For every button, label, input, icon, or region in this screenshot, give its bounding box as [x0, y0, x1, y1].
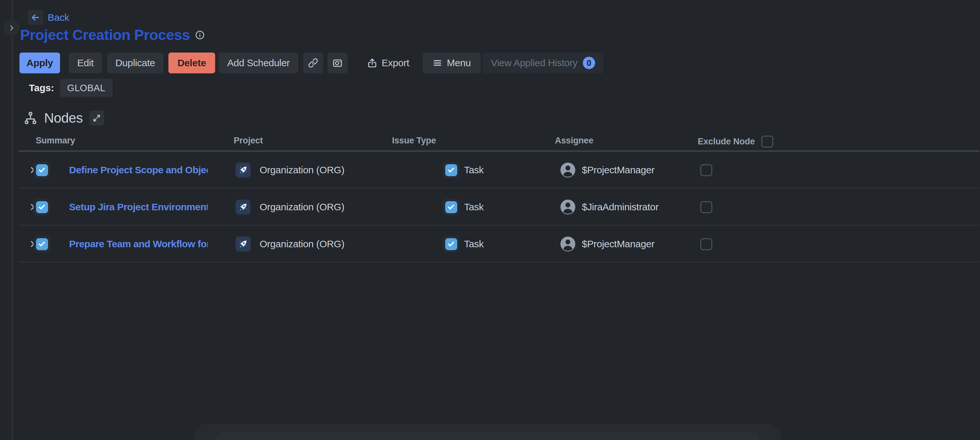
title-row: Project Creation Process — [20, 27, 205, 43]
issue-type-name: Task — [464, 238, 484, 249]
table-row: Setup Jira Project Environment: $ Organi… — [0, 189, 980, 226]
menu-button[interactable]: Menu — [423, 52, 480, 73]
view-applied-history-label: View Applied History — [491, 57, 578, 68]
rocket-icon — [237, 202, 248, 213]
project-avatar — [235, 162, 251, 178]
page-title: Project Creation Process — [20, 27, 190, 43]
duplicate-button[interactable]: Duplicate — [107, 52, 164, 73]
rocket-icon — [237, 238, 248, 249]
export-button[interactable]: Export — [359, 52, 417, 73]
assignee-name: $ProjectManager — [582, 165, 654, 176]
link-icon — [308, 57, 319, 68]
user-avatar-icon — [560, 236, 576, 252]
project-avatar — [235, 237, 251, 251]
bottom-sheet-peek-inner — [215, 432, 759, 440]
issue-type-checkbox-wrap — [442, 235, 460, 253]
nodes-table-rows: Define Project Scope and Objectiv Organi… — [0, 151, 980, 262]
edit-button[interactable]: Edit — [69, 52, 102, 73]
tag-chip-global: GLOBAL — [60, 79, 113, 97]
exclude-all-checkbox[interactable] — [761, 136, 773, 148]
row-select-checkbox[interactable] — [36, 201, 48, 213]
snapshot-button[interactable] — [328, 52, 348, 73]
check-icon — [38, 203, 46, 211]
column-header-issue-type: Issue Type — [392, 136, 436, 146]
user-avatar-icon — [560, 199, 576, 215]
issue-type-checkbox[interactable] — [445, 238, 457, 250]
table-row: Prepare Team and Workflow for Ex Organiz… — [0, 226, 980, 262]
table-row: Define Project Scope and Objectiv Organi… — [0, 151, 980, 189]
check-icon — [38, 240, 46, 248]
node-summary-link[interactable]: Prepare Team and Workflow for Ex — [69, 238, 208, 249]
apply-button[interactable]: Apply — [19, 52, 60, 73]
camera-icon — [332, 57, 343, 68]
tags-row: Tags: GLOBAL — [29, 79, 113, 97]
sitemap-icon — [23, 111, 38, 125]
project-name: Organization (ORG) — [259, 202, 344, 213]
menu-label: Menu — [447, 57, 471, 68]
issue-type-checkbox[interactable] — [445, 201, 457, 213]
exclude-node-checkbox[interactable] — [700, 238, 712, 250]
info-icon[interactable] — [195, 30, 205, 40]
exclude-node-checkbox[interactable] — [700, 201, 712, 213]
column-header-assignee: Assignee — [555, 136, 593, 146]
hamburger-menu-icon — [433, 58, 442, 68]
nodes-title: Nodes — [44, 110, 83, 126]
assignee-name: $ProjectManager — [582, 238, 654, 249]
column-header-project: Project — [234, 136, 263, 146]
sidebar-expand-button[interactable] — [4, 20, 19, 36]
issue-type-checkbox[interactable] — [445, 164, 457, 176]
arrow-left-icon — [30, 12, 41, 23]
chevron-right-icon — [8, 24, 15, 32]
expand-diagonal-icon — [92, 114, 101, 122]
issue-type-checkbox-wrap — [442, 162, 460, 178]
add-scheduler-button[interactable]: Add Scheduler — [219, 52, 298, 73]
project-creation-page: Back Project Creation Process Apply Edit… — [0, 0, 980, 440]
export-icon — [367, 57, 378, 68]
column-header-exclude-node: Exclude Node — [698, 136, 773, 148]
row-checkbox-wrap — [33, 235, 50, 253]
export-label: Export — [382, 57, 409, 68]
column-header-summary: Summary — [36, 136, 75, 146]
issue-type-name: Task — [464, 165, 484, 176]
back-label[interactable]: Back — [48, 12, 70, 23]
tags-label: Tags: — [29, 83, 54, 94]
view-applied-history-button[interactable]: View Applied History 0 — [482, 52, 604, 73]
back-button[interactable] — [28, 10, 43, 25]
nodes-table-header: Summary Project Issue Type Assignee Excl… — [0, 136, 980, 151]
project-avatar — [235, 200, 251, 214]
check-icon — [447, 240, 455, 248]
node-summary-link[interactable]: Define Project Scope and Objectiv — [69, 165, 208, 176]
check-icon — [447, 166, 455, 174]
delete-button[interactable]: Delete — [169, 52, 215, 73]
back-nav: Back — [28, 10, 70, 25]
column-header-exclude-node-label: Exclude Node — [698, 137, 755, 147]
project-name: Organization (ORG) — [259, 165, 344, 176]
nodes-section-header: Nodes — [23, 110, 104, 126]
node-summary-link[interactable]: Setup Jira Project Environment: $ — [69, 202, 208, 213]
check-icon — [38, 166, 46, 174]
row-checkbox-wrap — [33, 162, 50, 178]
expand-nodes-button[interactable] — [89, 111, 104, 125]
project-name: Organization (ORG) — [259, 238, 344, 249]
issue-type-checkbox-wrap — [442, 199, 460, 216]
rocket-icon — [237, 165, 248, 176]
issue-type-name: Task — [464, 202, 484, 213]
toolbar: Apply Edit Duplicate Delete Add Schedule… — [19, 52, 604, 73]
user-avatar-icon — [560, 162, 576, 178]
row-checkbox-wrap — [33, 199, 50, 216]
row-select-checkbox[interactable] — [36, 164, 48, 176]
check-icon — [447, 203, 455, 211]
row-select-checkbox[interactable] — [36, 238, 48, 250]
copy-link-button[interactable] — [303, 52, 323, 73]
history-count-badge: 0 — [583, 57, 595, 69]
exclude-node-checkbox[interactable] — [700, 164, 712, 176]
assignee-name: $JiraAdministrator — [582, 202, 659, 213]
